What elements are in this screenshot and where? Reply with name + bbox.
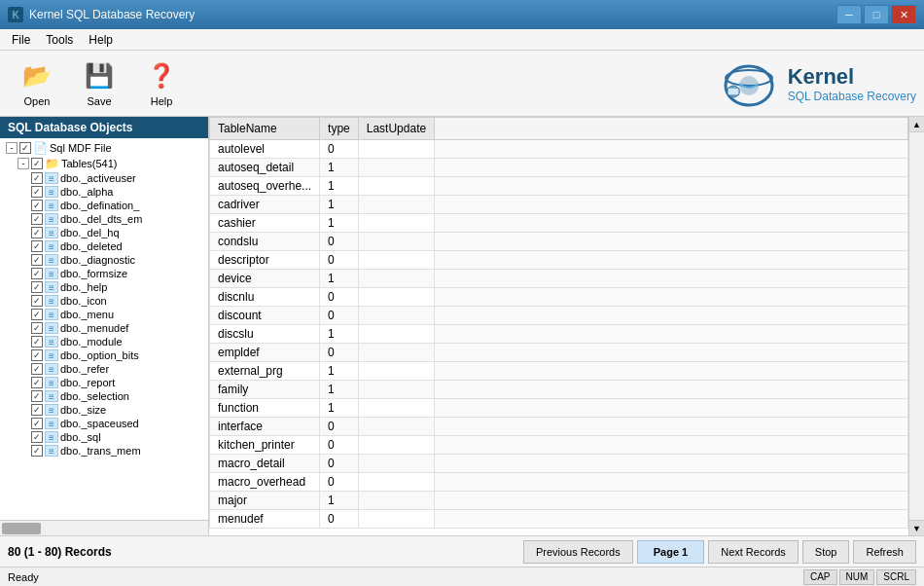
record-info: 80 (1 - 80) Records	[8, 545, 112, 559]
prev-records-button[interactable]: Previous Records	[523, 540, 633, 564]
cell-tablename: family	[210, 381, 320, 399]
item-checkbox[interactable]	[31, 431, 43, 443]
list-item[interactable]: ≡ dbo._report	[31, 376, 206, 389]
table-row[interactable]: cadriver 1	[210, 196, 908, 214]
list-item[interactable]: ≡ dbo._help	[31, 280, 206, 294]
help-button[interactable]: ❓ Help	[132, 55, 191, 112]
table-row[interactable]: family 1	[210, 381, 908, 399]
item-checkbox[interactable]	[31, 213, 43, 225]
list-item[interactable]: ≡ dbo._spaceused	[31, 417, 206, 430]
menu-tools[interactable]: Tools	[38, 31, 81, 49]
table-row[interactable]: discnlu 0	[210, 288, 908, 307]
list-item[interactable]: ≡ dbo._size	[31, 403, 206, 417]
item-checkbox[interactable]	[31, 377, 43, 388]
table-row[interactable]: external_prg 1	[210, 362, 908, 381]
table-row[interactable]: macro_detail 0	[210, 455, 908, 473]
col-lastupdate[interactable]: LastUpdate	[358, 118, 434, 140]
table-row[interactable]: interface 0	[210, 418, 908, 436]
list-item[interactable]: ≡ dbo._menudef	[31, 321, 206, 335]
item-label: dbo._menudef	[60, 322, 128, 334]
maximize-button[interactable]: □	[864, 5, 889, 24]
table-row[interactable]: macro_overhead 0	[210, 473, 908, 492]
cell-lastupdate	[358, 455, 434, 473]
table-row[interactable]: cashier 1	[210, 214, 908, 233]
table-row[interactable]: autolevel 0	[210, 140, 908, 159]
tree-area[interactable]: - 📄 Sql MDF File - 📁 Tables(541) ≡ dbo._…	[0, 138, 208, 520]
next-records-button[interactable]: Next Records	[708, 540, 799, 564]
list-item[interactable]: ≡ dbo._del_hq	[31, 226, 206, 239]
list-item[interactable]: ≡ dbo._activeuser	[31, 171, 206, 185]
list-item[interactable]: ≡ dbo._module	[31, 335, 206, 348]
scrl-indicator: SCRL	[876, 569, 916, 585]
list-item[interactable]: ≡ dbo._defination_	[31, 199, 206, 212]
table-row[interactable]: device 1	[210, 270, 908, 288]
open-button[interactable]: 📂 Open	[8, 55, 66, 112]
left-panel-scrollbar[interactable]	[0, 520, 208, 535]
item-checkbox[interactable]	[31, 390, 43, 402]
item-checkbox[interactable]	[31, 172, 43, 184]
list-item[interactable]: ≡ dbo._formsize	[31, 267, 206, 280]
scroll-up-button[interactable]: ▲	[909, 117, 924, 132]
list-item[interactable]: ≡ dbo._selection	[31, 389, 206, 403]
table-row[interactable]: autoseq_detail 1	[210, 159, 908, 177]
menu-help[interactable]: Help	[81, 31, 121, 49]
table-row[interactable]: function 1	[210, 399, 908, 418]
scroll-down-button[interactable]: ▼	[909, 520, 924, 535]
item-checkbox[interactable]	[31, 281, 43, 293]
list-item[interactable]: ≡ dbo._menu	[31, 308, 206, 321]
list-item[interactable]: ≡ dbo._diagnostic	[31, 253, 206, 267]
table-row[interactable]: descriptor 0	[210, 251, 908, 270]
table-row[interactable]: discount 0	[210, 307, 908, 325]
item-checkbox[interactable]	[31, 445, 43, 457]
tables-folder[interactable]: - 📁 Tables(541)	[18, 156, 206, 171]
col-tablename[interactable]: TableName	[210, 118, 320, 140]
item-checkbox[interactable]	[31, 240, 43, 252]
table-row[interactable]: major 1	[210, 492, 908, 510]
item-checkbox[interactable]	[31, 186, 43, 198]
menu-file[interactable]: File	[4, 31, 38, 49]
list-item[interactable]: ≡ dbo._sql	[31, 430, 206, 444]
list-item[interactable]: ≡ dbo._trans_mem	[31, 444, 206, 458]
table-row[interactable]: kitchen_printer 0	[210, 436, 908, 455]
vertical-scrollbar[interactable]: ▲ ▼	[908, 117, 924, 535]
stop-button[interactable]: Stop	[802, 540, 850, 564]
root-checkbox[interactable]	[19, 142, 31, 154]
item-checkbox[interactable]	[31, 227, 43, 238]
table-row[interactable]: empldef 0	[210, 344, 908, 362]
refresh-button[interactable]: Refresh	[853, 540, 916, 564]
item-checkbox[interactable]	[31, 295, 43, 307]
item-checkbox[interactable]	[31, 349, 43, 361]
list-item[interactable]: ≡ dbo._refer	[31, 362, 206, 376]
item-checkbox[interactable]	[31, 322, 43, 334]
cell-lastupdate	[358, 307, 434, 325]
item-checkbox[interactable]	[31, 254, 43, 266]
cell-type: 1	[320, 362, 359, 381]
item-checkbox[interactable]	[31, 363, 43, 375]
item-checkbox[interactable]	[31, 336, 43, 348]
item-checkbox[interactable]	[31, 309, 43, 320]
tree-root[interactable]: - 📄 Sql MDF File	[6, 140, 206, 156]
item-checkbox[interactable]	[31, 418, 43, 429]
list-item[interactable]: ≡ dbo._option_bits	[31, 348, 206, 362]
expand-root-icon[interactable]: -	[6, 142, 18, 154]
table-row[interactable]: autoseq_overhe... 1	[210, 177, 908, 196]
list-item[interactable]: ≡ dbo._deleted	[31, 239, 206, 253]
table-row[interactable]: discslu 1	[210, 325, 908, 344]
list-item[interactable]: ≡ dbo._del_dts_em	[31, 212, 206, 226]
save-button[interactable]: 💾 Save	[70, 55, 128, 112]
list-item[interactable]: ≡ dbo._alpha	[31, 185, 206, 199]
close-button[interactable]: ✕	[891, 5, 916, 24]
scroll-thumb[interactable]	[2, 523, 41, 534]
item-checkbox[interactable]	[31, 404, 43, 416]
minimize-button[interactable]: ─	[836, 5, 862, 24]
expand-tables-icon[interactable]: -	[18, 158, 29, 169]
item-checkbox[interactable]	[31, 200, 43, 211]
table-row[interactable]: condslu 0	[210, 233, 908, 251]
item-checkbox[interactable]	[31, 268, 43, 279]
col-type[interactable]: type	[320, 118, 359, 140]
cell-tablename: discount	[210, 307, 320, 325]
table-row[interactable]: menudef 0	[210, 510, 908, 529]
table-scroll-wrapper[interactable]: TableName type LastUpdate autolevel 0 au…	[209, 117, 908, 535]
list-item[interactable]: ≡ dbo._icon	[31, 294, 206, 308]
tables-checkbox[interactable]	[31, 158, 43, 169]
